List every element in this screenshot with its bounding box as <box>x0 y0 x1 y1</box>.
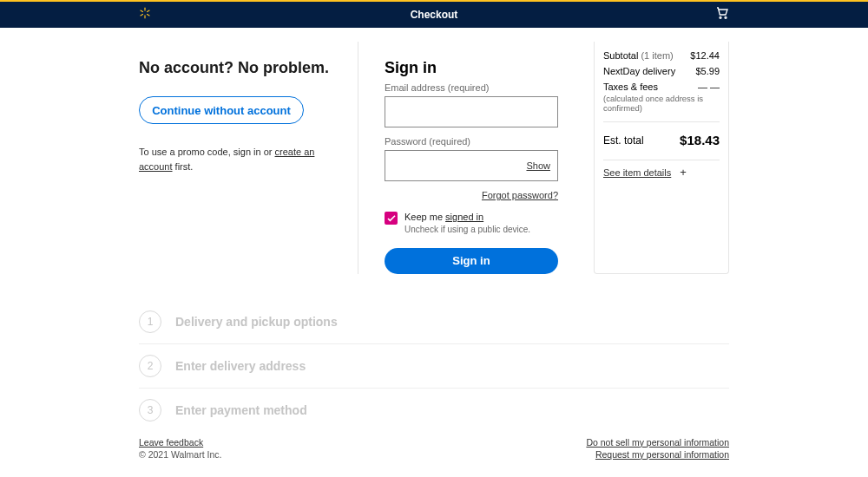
continue-without-account-button[interactable]: Continue without account <box>139 96 304 124</box>
no-account-heading: No account? No problem. <box>139 59 337 77</box>
email-field-wrap <box>385 96 558 127</box>
svg-rect-4 <box>140 10 143 12</box>
est-total-label: Est. total <box>603 134 644 147</box>
est-total-value: $18.43 <box>680 133 720 147</box>
password-label: Password (required) <box>385 136 557 147</box>
step-label: Enter delivery address <box>175 359 306 373</box>
no-account-section: No account? No problem. Continue without… <box>139 42 337 274</box>
subtotal-label: Subtotal (1 item) <box>603 50 674 61</box>
taxes-value: — — <box>698 82 720 92</box>
email-label: Email address (required) <box>385 82 557 93</box>
delivery-label: NextDay delivery <box>603 66 675 76</box>
taxes-note: (calculated once address is confirmed) <box>603 94 720 113</box>
svg-rect-3 <box>140 14 143 16</box>
page-title: Checkout <box>411 9 458 21</box>
keep-signed-in-checkbox[interactable] <box>385 212 398 225</box>
subtotal-value: $12.44 <box>690 50 720 61</box>
taxes-label: Taxes & fees <box>603 82 658 92</box>
expand-details-icon[interactable]: + <box>680 166 687 179</box>
show-password-link[interactable]: Show <box>526 160 550 171</box>
summary-divider <box>603 121 720 122</box>
checkout-steps: 1 Delivery and pickup options 2 Enter de… <box>0 274 868 432</box>
delivery-value: $5.99 <box>695 66 720 76</box>
signin-section: Sign in Email address (required) Passwor… <box>358 42 557 274</box>
summary-divider-2 <box>603 160 720 160</box>
signin-heading: Sign in <box>385 59 557 77</box>
step-number: 1 <box>139 310 161 333</box>
footer: Leave feedback © 2021 Walmart Inc. Do no… <box>0 432 868 461</box>
keep-signed-in-label: Keep me signed in <box>404 212 483 222</box>
do-not-sell-link[interactable]: Do not sell my personal information <box>586 437 729 448</box>
step-payment-method: 3 Enter payment method <box>139 388 729 432</box>
see-item-details-link[interactable]: See item details <box>603 167 671 178</box>
request-info-link[interactable]: Request my personal information <box>586 449 729 460</box>
step-number: 3 <box>139 399 161 421</box>
step-number: 2 <box>139 355 161 377</box>
step-delivery-options: 1 Delivery and pickup options <box>139 300 729 343</box>
forgot-password-link[interactable]: Forgot password? <box>482 190 558 200</box>
cart-icon[interactable] <box>715 6 729 23</box>
svg-point-6 <box>720 16 721 18</box>
svg-rect-1 <box>144 15 145 18</box>
svg-rect-2 <box>147 10 150 12</box>
leave-feedback-link[interactable]: Leave feedback <box>139 437 203 448</box>
copyright: © 2021 Walmart Inc. <box>139 449 221 460</box>
signin-button[interactable]: Sign in <box>385 248 558 274</box>
svg-rect-0 <box>144 8 145 11</box>
svg-rect-5 <box>147 14 150 16</box>
step-label: Enter payment method <box>175 403 307 417</box>
email-input[interactable] <box>385 97 557 127</box>
promo-note: To use a promo code, sign in or create a… <box>139 145 337 173</box>
order-summary: Subtotal (1 item) $12.44 NextDay deliver… <box>594 42 729 274</box>
step-label: Delivery and pickup options <box>175 315 338 329</box>
svg-point-7 <box>725 16 727 18</box>
step-delivery-address: 2 Enter delivery address <box>139 343 729 388</box>
walmart-spark-icon[interactable] <box>139 7 151 23</box>
keep-signed-in-sublabel: Uncheck if using a public device. <box>404 225 530 234</box>
password-field-wrap: Show <box>385 150 558 181</box>
top-bar: Checkout <box>0 2 868 28</box>
